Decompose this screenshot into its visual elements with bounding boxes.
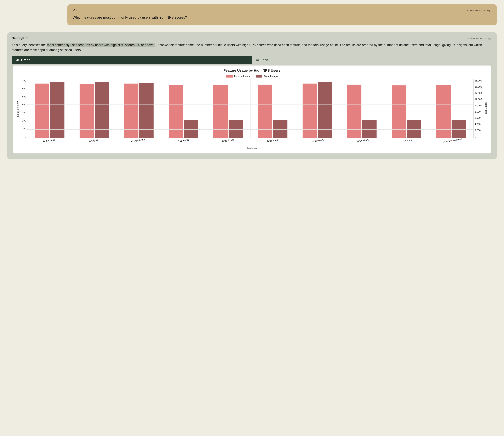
y-axis-right-label: Total Usage — [484, 79, 488, 138]
bar-total-usage[interactable] — [407, 120, 421, 138]
chart-legend: Unique Users Total Usage — [16, 75, 488, 78]
user-author: You — [73, 9, 79, 12]
y-axis-left-ticks: 7006005004003002001000 — [20, 79, 27, 138]
legend-item-total-usage: Total Usage — [256, 75, 278, 78]
y-right-tick: 10,000 — [475, 104, 482, 107]
bar-unique-users[interactable] — [35, 83, 49, 138]
bar-unique-users[interactable] — [392, 85, 406, 138]
y-left-tick: 300 — [22, 111, 26, 114]
y-right-tick: 8,000 — [475, 110, 481, 113]
y-right-tick: 6,000 — [475, 117, 481, 119]
svg-rect-0 — [16, 60, 16, 61]
x-axis-categories: API AccessAnalyticsCustomizationDashboar… — [26, 138, 475, 146]
y-right-tick: 14,000 — [475, 92, 482, 95]
assistant-text-pre: This query identifies the — [12, 43, 47, 47]
y-left-tick: 100 — [22, 127, 26, 130]
bar-unique-users[interactable] — [124, 83, 138, 138]
assistant-message: SimplyPut a few seconds ago This query i… — [7, 32, 497, 159]
bar-total-usage[interactable] — [451, 120, 466, 138]
bar-unique-users[interactable] — [436, 85, 450, 138]
y-left-tick: 200 — [22, 119, 26, 122]
user-timestamp: a few seconds ago — [467, 9, 491, 12]
y-left-tick: 400 — [22, 103, 26, 106]
assistant-timestamp: a few seconds ago — [468, 37, 492, 40]
legend-swatch-icon — [226, 75, 233, 78]
bar-unique-users[interactable] — [80, 84, 94, 138]
legend-swatch-icon — [256, 75, 262, 78]
table-icon — [256, 59, 259, 61]
tab-graph-label: Graph — [21, 58, 30, 62]
bar-total-usage[interactable] — [139, 83, 153, 138]
tab-table-label: Table — [261, 58, 269, 62]
assistant-author: SimplyPut — [12, 36, 27, 40]
bar-unique-users[interactable] — [213, 85, 227, 138]
user-message-header: You a few seconds ago — [73, 9, 491, 12]
bar-total-usage[interactable] — [362, 120, 377, 138]
assistant-message-header: SimplyPut a few seconds ago — [12, 36, 492, 40]
bar-chart-icon — [16, 59, 19, 61]
bar-total-usage[interactable] — [184, 120, 198, 138]
y-right-tick: 16,000 — [475, 86, 482, 88]
y-left-tick: 700 — [22, 79, 26, 82]
bar-total-usage[interactable] — [50, 82, 64, 138]
result-panel: Graph Table Feature Usage by High NPS Us… — [12, 56, 492, 155]
svg-rect-2 — [18, 59, 18, 61]
svg-rect-3 — [256, 59, 259, 61]
legend-label: Total Usage — [264, 75, 278, 78]
y-right-tick: 0 — [475, 136, 476, 138]
y-axis-left-label: Unique Users — [16, 79, 20, 138]
y-axis-right-ticks: 18,00016,00014,00012,00010,0008,0006,000… — [474, 79, 484, 138]
user-message-text: Which features are most commonly used by… — [73, 15, 491, 20]
svg-rect-1 — [17, 59, 18, 61]
chart-plot-row: Unique Users 7006005004003002001000 18,0… — [16, 79, 488, 138]
y-right-tick: 12,000 — [475, 98, 482, 101]
chart-container: Feature Usage by High NPS Users Unique U… — [13, 65, 491, 154]
bar-unique-users[interactable] — [303, 83, 317, 138]
legend-label: Unique Users — [234, 75, 250, 78]
y-right-tick: 2,000 — [475, 129, 481, 132]
bar-unique-users[interactable] — [169, 85, 183, 138]
y-left-tick: 0 — [25, 136, 26, 138]
assistant-text-highlight: most commonly used features by users wit… — [47, 43, 155, 47]
legend-item-unique-users: Unique Users — [226, 75, 250, 78]
y-right-tick: 4,000 — [475, 123, 481, 126]
bar-total-usage[interactable] — [273, 120, 287, 138]
y-left-tick: 600 — [22, 87, 26, 90]
bar-unique-users[interactable] — [258, 85, 272, 138]
chart-title: Feature Usage by High NPS Users — [16, 68, 488, 73]
user-message: You a few seconds ago Which features are… — [67, 4, 497, 25]
y-left-tick: 500 — [22, 95, 26, 98]
chart-plot-area[interactable] — [27, 79, 474, 138]
tab-graph[interactable]: Graph — [12, 56, 252, 64]
bar-total-usage[interactable] — [229, 120, 243, 138]
bar-unique-users[interactable] — [347, 85, 361, 138]
assistant-message-text: This query identifies the most commonly … — [12, 43, 492, 53]
tab-table[interactable]: Table — [252, 56, 492, 64]
y-right-tick: 18,000 — [475, 79, 482, 82]
result-tabs: Graph Table — [12, 56, 492, 64]
